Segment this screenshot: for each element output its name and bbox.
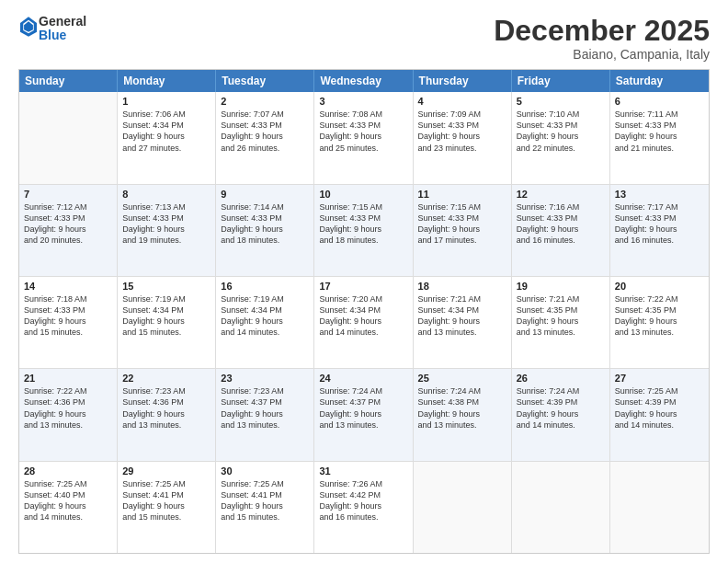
day-number: 1 — [122, 96, 210, 107]
day-number: 7 — [24, 189, 112, 200]
page: General Blue December 2025 Baiano, Campa… — [0, 0, 728, 563]
day-info: Sunrise: 7:26 AM Sunset: 4:42 PM Dayligh… — [319, 478, 407, 523]
calendar-day-cell: 30Sunrise: 7:25 AM Sunset: 4:41 PM Dayli… — [216, 462, 314, 553]
calendar-day-cell: 17Sunrise: 7:20 AM Sunset: 4:34 PM Dayli… — [314, 277, 413, 368]
logo: General Blue — [18, 15, 86, 43]
calendar-day-cell: 28Sunrise: 7:25 AM Sunset: 4:40 PM Dayli… — [19, 462, 118, 553]
calendar-day-cell: 3Sunrise: 7:08 AM Sunset: 4:33 PM Daylig… — [314, 92, 413, 183]
calendar-day-cell: 22Sunrise: 7:23 AM Sunset: 4:36 PM Dayli… — [118, 369, 216, 460]
calendar-day-cell: 19Sunrise: 7:21 AM Sunset: 4:35 PM Dayli… — [512, 277, 610, 368]
day-info: Sunrise: 7:06 AM Sunset: 4:34 PM Dayligh… — [122, 109, 210, 154]
day-number: 10 — [319, 189, 407, 200]
calendar-day-cell: 24Sunrise: 7:24 AM Sunset: 4:37 PM Dayli… — [314, 369, 413, 460]
header: General Blue December 2025 Baiano, Campa… — [18, 15, 710, 62]
day-info: Sunrise: 7:23 AM Sunset: 4:36 PM Dayligh… — [122, 385, 210, 431]
day-number: 2 — [221, 96, 309, 107]
day-number: 28 — [24, 465, 112, 477]
day-info: Sunrise: 7:09 AM Sunset: 4:33 PM Dayligh… — [418, 109, 506, 154]
day-number: 13 — [615, 189, 704, 200]
day-number: 24 — [319, 373, 407, 384]
calendar-day-cell: 15Sunrise: 7:19 AM Sunset: 4:34 PM Dayli… — [118, 277, 216, 368]
day-of-week-header: Wednesday — [314, 70, 413, 92]
calendar-day-cell: 20Sunrise: 7:22 AM Sunset: 4:35 PM Dayli… — [610, 277, 709, 368]
day-info: Sunrise: 7:25 AM Sunset: 4:41 PM Dayligh… — [122, 478, 210, 523]
day-number: 23 — [221, 373, 309, 384]
month-title: December 2025 — [494, 15, 710, 47]
day-info: Sunrise: 7:07 AM Sunset: 4:33 PM Dayligh… — [221, 109, 309, 154]
empty-cell — [512, 462, 610, 553]
location: Baiano, Campania, Italy — [494, 47, 710, 62]
day-number: 9 — [221, 189, 309, 200]
day-of-week-header: Thursday — [414, 70, 512, 92]
calendar-day-cell: 31Sunrise: 7:26 AM Sunset: 4:42 PM Dayli… — [314, 462, 413, 553]
calendar-day-cell: 11Sunrise: 7:15 AM Sunset: 4:33 PM Dayli… — [414, 185, 512, 276]
day-info: Sunrise: 7:24 AM Sunset: 4:37 PM Dayligh… — [319, 385, 407, 431]
day-info: Sunrise: 7:15 AM Sunset: 4:33 PM Dayligh… — [418, 201, 506, 247]
day-info: Sunrise: 7:13 AM Sunset: 4:33 PM Dayligh… — [122, 201, 210, 247]
day-number: 17 — [319, 281, 407, 292]
day-number: 18 — [418, 281, 506, 292]
logo-blue: Blue — [39, 28, 66, 42]
calendar-header-row: SundayMondayTuesdayWednesdayThursdayFrid… — [19, 70, 709, 92]
title-block: December 2025 Baiano, Campania, Italy — [494, 15, 710, 62]
day-number: 6 — [615, 96, 704, 107]
calendar-day-cell: 10Sunrise: 7:15 AM Sunset: 4:33 PM Dayli… — [314, 185, 413, 276]
calendar-day-cell: 18Sunrise: 7:21 AM Sunset: 4:34 PM Dayli… — [414, 277, 512, 368]
calendar-week-row: 14Sunrise: 7:18 AM Sunset: 4:33 PM Dayli… — [19, 277, 709, 369]
day-info: Sunrise: 7:10 AM Sunset: 4:33 PM Dayligh… — [517, 109, 605, 154]
calendar-day-cell: 13Sunrise: 7:17 AM Sunset: 4:33 PM Dayli… — [610, 185, 709, 276]
day-info: Sunrise: 7:12 AM Sunset: 4:33 PM Dayligh… — [24, 201, 112, 247]
day-number: 21 — [24, 373, 112, 384]
calendar-day-cell: 7Sunrise: 7:12 AM Sunset: 4:33 PM Daylig… — [19, 185, 118, 276]
calendar-body: 1Sunrise: 7:06 AM Sunset: 4:34 PM Daylig… — [19, 92, 709, 553]
day-info: Sunrise: 7:15 AM Sunset: 4:33 PM Dayligh… — [319, 201, 407, 247]
calendar-day-cell: 4Sunrise: 7:09 AM Sunset: 4:33 PM Daylig… — [414, 92, 512, 183]
calendar-day-cell: 5Sunrise: 7:10 AM Sunset: 4:33 PM Daylig… — [512, 92, 610, 183]
day-info: Sunrise: 7:25 AM Sunset: 4:40 PM Dayligh… — [24, 478, 112, 523]
day-number: 16 — [221, 281, 309, 292]
day-info: Sunrise: 7:20 AM Sunset: 4:34 PM Dayligh… — [319, 293, 407, 339]
day-number: 30 — [221, 465, 309, 477]
calendar-day-cell: 12Sunrise: 7:16 AM Sunset: 4:33 PM Dayli… — [512, 185, 610, 276]
calendar-day-cell: 16Sunrise: 7:19 AM Sunset: 4:34 PM Dayli… — [216, 277, 314, 368]
calendar-day-cell: 23Sunrise: 7:23 AM Sunset: 4:37 PM Dayli… — [216, 369, 314, 460]
calendar-day-cell: 25Sunrise: 7:24 AM Sunset: 4:38 PM Dayli… — [414, 369, 512, 460]
day-number: 14 — [24, 281, 112, 292]
calendar-week-row: 21Sunrise: 7:22 AM Sunset: 4:36 PM Dayli… — [19, 369, 709, 461]
day-number: 22 — [122, 373, 210, 384]
day-number: 12 — [517, 189, 605, 200]
empty-cell — [610, 462, 709, 553]
day-info: Sunrise: 7:24 AM Sunset: 4:38 PM Dayligh… — [418, 385, 506, 431]
day-info: Sunrise: 7:18 AM Sunset: 4:33 PM Dayligh… — [24, 293, 112, 339]
calendar-week-row: 1Sunrise: 7:06 AM Sunset: 4:34 PM Daylig… — [19, 92, 709, 184]
calendar-day-cell: 9Sunrise: 7:14 AM Sunset: 4:33 PM Daylig… — [216, 185, 314, 276]
day-number: 11 — [418, 189, 506, 200]
day-info: Sunrise: 7:21 AM Sunset: 4:34 PM Dayligh… — [418, 293, 506, 339]
empty-cell — [19, 92, 118, 183]
day-of-week-header: Monday — [118, 70, 216, 92]
logo-general: General — [39, 14, 86, 29]
day-of-week-header: Sunday — [19, 70, 118, 92]
day-info: Sunrise: 7:17 AM Sunset: 4:33 PM Dayligh… — [615, 201, 704, 247]
calendar-day-cell: 27Sunrise: 7:25 AM Sunset: 4:39 PM Dayli… — [610, 369, 709, 460]
day-of-week-header: Saturday — [610, 70, 709, 92]
day-info: Sunrise: 7:11 AM Sunset: 4:33 PM Dayligh… — [615, 109, 704, 154]
day-info: Sunrise: 7:14 AM Sunset: 4:33 PM Dayligh… — [221, 201, 309, 247]
calendar: SundayMondayTuesdayWednesdayThursdayFrid… — [18, 69, 710, 554]
day-number: 8 — [122, 189, 210, 200]
day-of-week-header: Tuesday — [216, 70, 314, 92]
day-number: 27 — [615, 373, 704, 384]
calendar-week-row: 28Sunrise: 7:25 AM Sunset: 4:40 PM Dayli… — [19, 462, 709, 553]
day-number: 31 — [319, 465, 407, 477]
day-info: Sunrise: 7:25 AM Sunset: 4:41 PM Dayligh… — [221, 478, 309, 523]
calendar-day-cell: 8Sunrise: 7:13 AM Sunset: 4:33 PM Daylig… — [118, 185, 216, 276]
day-number: 26 — [517, 373, 605, 384]
day-number: 20 — [615, 281, 704, 292]
day-info: Sunrise: 7:22 AM Sunset: 4:35 PM Dayligh… — [615, 293, 704, 339]
day-info: Sunrise: 7:19 AM Sunset: 4:34 PM Dayligh… — [122, 293, 210, 339]
calendar-day-cell: 26Sunrise: 7:24 AM Sunset: 4:39 PM Dayli… — [512, 369, 610, 460]
day-info: Sunrise: 7:25 AM Sunset: 4:39 PM Dayligh… — [615, 385, 704, 431]
day-info: Sunrise: 7:19 AM Sunset: 4:34 PM Dayligh… — [221, 293, 309, 339]
day-number: 15 — [122, 281, 210, 292]
day-info: Sunrise: 7:08 AM Sunset: 4:33 PM Dayligh… — [319, 109, 407, 154]
